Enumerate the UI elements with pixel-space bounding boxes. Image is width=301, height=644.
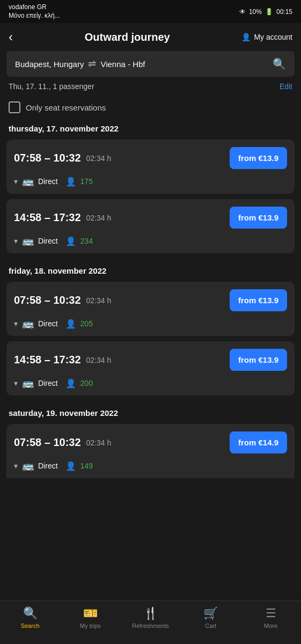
trip-card-thu-2[interactable]: 14:58 – 17:32 02:34 h from €13.9 ▾ 🚌 Dir… bbox=[6, 199, 295, 253]
account-button[interactable]: 👤 My account bbox=[241, 33, 292, 41]
seats-icon-fri-1: 👤 bbox=[65, 319, 76, 329]
nav-refreshments[interactable]: 🍴 Refreshments bbox=[129, 606, 172, 629]
route-arrow-icon: ⇌ bbox=[88, 58, 96, 70]
seats-count-fri-1: 205 bbox=[80, 319, 93, 328]
refreshments-nav-icon: 🍴 bbox=[143, 606, 158, 620]
seats-icon-sat-1: 👤 bbox=[65, 461, 76, 471]
train-icon-fri-2: 🚌 bbox=[22, 377, 34, 389]
carrier-info: vodafone GR Μόνο επείγ. κλή... bbox=[9, 3, 60, 20]
card-bottom-thu-1: ▾ 🚌 Direct 👤 175 bbox=[14, 175, 287, 187]
card-top-fri-2: 14:58 – 17:32 02:34 h from €13.9 bbox=[14, 349, 287, 371]
train-icon-thu-2: 🚌 bbox=[22, 235, 34, 247]
chevron-down-icon-thu-2[interactable]: ▾ bbox=[14, 237, 18, 245]
seat-reservation-label: Only seat reservations bbox=[26, 103, 106, 112]
nav-more[interactable]: ☰ More bbox=[249, 606, 292, 629]
price-button-sat-1[interactable]: from €14.9 bbox=[230, 431, 287, 453]
chevron-down-icon-fri-2[interactable]: ▾ bbox=[14, 379, 18, 387]
price-button-fri-1[interactable]: from €13.9 bbox=[230, 289, 287, 311]
status-right: 👁 10% 🔋 00:15 bbox=[239, 8, 292, 16]
chevron-down-icon-fri-1[interactable]: ▾ bbox=[14, 319, 18, 328]
seat-reservation-filter[interactable]: Only seat reservations bbox=[0, 96, 301, 116]
card-bottom-sat-1: ▾ 🚌 Direct 👤 149 bbox=[14, 460, 287, 472]
trip-card-thu-1[interactable]: 07:58 – 10:32 02:34 h from €13.9 ▾ 🚌 Dir… bbox=[6, 140, 295, 194]
destination-city: Vienna - Hbf bbox=[100, 60, 145, 69]
price-button-fri-2[interactable]: from €13.9 bbox=[230, 349, 287, 371]
section-thursday: thursday, 17. november 2022 bbox=[0, 116, 301, 137]
direct-label-thu-1: Direct bbox=[38, 177, 58, 186]
time-info-thu-1: 07:58 – 10:32 02:34 h bbox=[14, 152, 111, 164]
cart-nav-label: Cart bbox=[205, 623, 216, 629]
card-top-fri-1: 07:58 – 10:32 02:34 h from €13.9 bbox=[14, 289, 287, 311]
trip-card-sat-1[interactable]: 07:58 – 10:32 02:34 h from €14.9 ▾ 🚌 Dir… bbox=[6, 424, 295, 478]
nav-my-trips[interactable]: 🎫 My trips bbox=[69, 606, 112, 629]
direct-label-fri-1: Direct bbox=[38, 319, 58, 328]
trip-card-fri-2[interactable]: 14:58 – 17:32 02:34 h from €13.9 ▾ 🚌 Dir… bbox=[6, 341, 295, 396]
time-range-fri-1: 07:58 – 10:32 bbox=[14, 294, 81, 306]
trip-date-passengers: Thu, 17. 11., 1 passenger bbox=[9, 82, 94, 91]
seat-reservation-checkbox[interactable] bbox=[9, 101, 20, 113]
eye-icon: 👁 bbox=[239, 8, 246, 16]
chevron-down-icon-thu-1[interactable]: ▾ bbox=[14, 177, 18, 186]
seats-icon-fri-2: 👤 bbox=[65, 378, 76, 389]
seats-count-thu-1: 175 bbox=[80, 177, 93, 186]
seats-count-fri-2: 200 bbox=[80, 379, 93, 387]
card-bottom-fri-2: ▾ 🚌 Direct 👤 200 bbox=[14, 377, 287, 389]
refreshments-nav-label: Refreshments bbox=[132, 623, 168, 629]
more-nav-label: More bbox=[264, 623, 277, 629]
time-info-thu-2: 14:58 – 17:32 02:34 h bbox=[14, 211, 111, 224]
my-trips-nav-label: My trips bbox=[80, 623, 101, 629]
card-bottom-thu-2: ▾ 🚌 Direct 👤 234 bbox=[14, 235, 287, 247]
trip-card-fri-1[interactable]: 07:58 – 10:32 02:34 h from €13.9 ▾ 🚌 Dir… bbox=[6, 282, 295, 336]
card-top-thu-2: 14:58 – 17:32 02:34 h from €13.9 bbox=[14, 207, 287, 229]
battery-icon: 🔋 bbox=[265, 8, 273, 16]
carrier-name: vodafone GR bbox=[9, 3, 60, 12]
price-button-thu-2[interactable]: from €13.9 bbox=[230, 207, 287, 229]
section-friday: friday, 18. november 2022 bbox=[0, 259, 301, 280]
nav-search[interactable]: 🔍 Search bbox=[9, 606, 52, 629]
time-range-fri-2: 14:58 – 17:32 bbox=[14, 354, 81, 366]
chevron-down-icon-sat-1[interactable]: ▾ bbox=[14, 462, 18, 470]
time-display: 00:15 bbox=[276, 8, 292, 16]
nav-cart[interactable]: 🛒 Cart bbox=[189, 606, 232, 629]
duration-thu-1: 02:34 h bbox=[86, 154, 112, 163]
duration-thu-2: 02:34 h bbox=[86, 214, 112, 222]
account-icon: 👤 bbox=[241, 33, 251, 41]
time-range-thu-1: 07:58 – 10:32 bbox=[14, 152, 81, 164]
status-bar: vodafone GR Μόνο επείγ. κλή... 👁 10% 🔋 0… bbox=[0, 0, 301, 23]
duration-fri-1: 02:34 h bbox=[86, 296, 112, 305]
results-content: thursday, 17. november 2022 07:58 – 10:3… bbox=[0, 116, 301, 548]
origin-city: Budapest, Hungary bbox=[15, 60, 84, 69]
duration-sat-1: 02:34 h bbox=[86, 438, 112, 447]
section-saturday: saturday, 19. november 2022 bbox=[0, 401, 301, 422]
account-label: My account bbox=[254, 33, 292, 41]
time-range-sat-1: 07:58 – 10:32 bbox=[14, 436, 81, 449]
duration-fri-2: 02:34 h bbox=[86, 356, 112, 364]
trip-info-row: Thu, 17. 11., 1 passenger Edit bbox=[0, 77, 301, 96]
bottom-navigation: 🔍 Search 🎫 My trips 🍴 Refreshments 🛒 Car… bbox=[0, 601, 301, 644]
cart-nav-icon: 🛒 bbox=[203, 606, 218, 620]
more-nav-icon: ☰ bbox=[266, 606, 276, 620]
edit-button[interactable]: Edit bbox=[280, 82, 292, 91]
direct-label-sat-1: Direct bbox=[38, 462, 58, 470]
route-search-bar[interactable]: Budapest, Hungary ⇌ Vienna - Hbf 🔍 bbox=[6, 51, 295, 77]
seats-icon-thu-2: 👤 bbox=[65, 236, 76, 246]
seats-icon-thu-1: 👤 bbox=[65, 177, 76, 187]
price-button-thu-1[interactable]: from €13.9 bbox=[230, 147, 287, 169]
train-icon-fri-1: 🚌 bbox=[22, 318, 34, 330]
seats-count-thu-2: 234 bbox=[80, 237, 93, 245]
back-button[interactable]: ‹ bbox=[9, 30, 13, 45]
seats-count-sat-1: 149 bbox=[80, 462, 93, 470]
header: ‹ Outward journey 👤 My account bbox=[0, 23, 301, 51]
search-nav-icon: 🔍 bbox=[23, 606, 38, 620]
time-range-thu-2: 14:58 – 17:32 bbox=[14, 211, 81, 224]
card-top-thu-1: 07:58 – 10:32 02:34 h from €13.9 bbox=[14, 147, 287, 169]
signal-text: Μόνο επείγ. κλή... bbox=[9, 12, 60, 20]
time-info-sat-1: 07:58 – 10:32 02:34 h bbox=[14, 436, 111, 449]
search-nav-label: Search bbox=[21, 623, 40, 629]
direct-label-fri-2: Direct bbox=[38, 379, 58, 387]
search-icon[interactable]: 🔍 bbox=[273, 57, 286, 70]
direct-label-thu-2: Direct bbox=[38, 237, 58, 245]
time-info-fri-1: 07:58 – 10:32 02:34 h bbox=[14, 294, 111, 306]
page-title: Outward journey bbox=[85, 31, 170, 43]
train-icon-sat-1: 🚌 bbox=[22, 460, 34, 472]
